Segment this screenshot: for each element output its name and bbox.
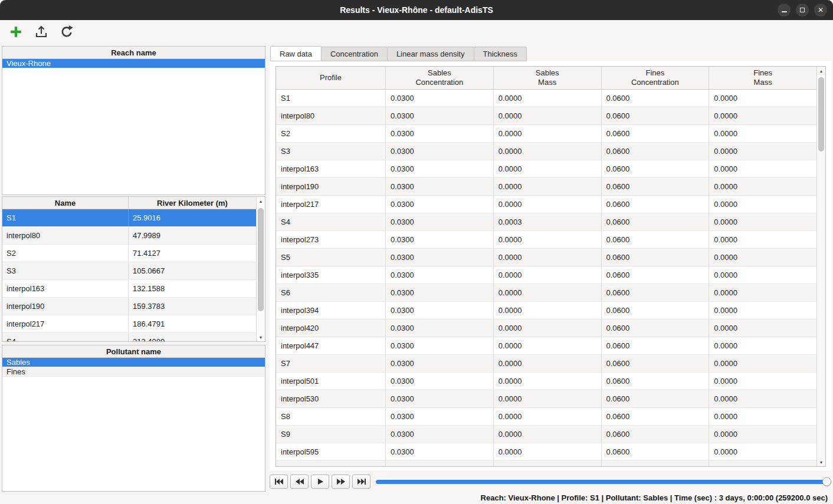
cell-fines-mass: 0.0000 bbox=[709, 266, 816, 284]
cell-sables-concentration: 0.0300 bbox=[386, 266, 494, 284]
profile-row[interactable]: interpol163 132.1588 bbox=[2, 280, 256, 298]
profile-row[interactable]: S4 213.4089 bbox=[2, 333, 256, 341]
table-row[interactable]: S5 0.0300 0.0000 0.0600 0.0000 bbox=[276, 249, 816, 266]
time-slider-handle[interactable] bbox=[822, 477, 831, 486]
scroll-down-arrow-icon[interactable]: ▼ bbox=[257, 333, 265, 341]
close-button[interactable]: ✕ bbox=[814, 4, 827, 17]
table-row[interactable]: S4 0.0300 0.0003 0.0600 0.0000 bbox=[276, 213, 816, 231]
table-row[interactable]: S8 0.0300 0.0000 0.0600 0.0000 bbox=[276, 408, 816, 426]
cell-sables-mass: 0.0000 bbox=[494, 284, 602, 301]
scrollbar-track[interactable] bbox=[818, 75, 824, 457]
table-row[interactable]: interpol335 0.0300 0.0000 0.0600 0.0000 bbox=[276, 266, 816, 284]
table-row[interactable]: interpol447 0.0300 0.0000 0.0600 0.0000 bbox=[276, 337, 816, 355]
scrollbar-thumb[interactable] bbox=[818, 77, 824, 151]
minimize-icon bbox=[782, 11, 787, 12]
column-header-river-kilometer[interactable]: River Kilometer (m) bbox=[129, 197, 256, 209]
tab[interactable]: Concentration bbox=[321, 47, 388, 61]
scrollbar-track[interactable] bbox=[258, 206, 264, 332]
cell-sables-mass: 0.0000 bbox=[494, 443, 602, 460]
cell-name: interpol217 bbox=[2, 315, 129, 332]
column-header-name[interactable]: Name bbox=[2, 197, 129, 209]
reach-list-item[interactable]: Vieux-Rhone bbox=[2, 59, 265, 68]
column-header[interactable]: Fines Mass bbox=[709, 67, 816, 89]
time-slider[interactable] bbox=[376, 475, 831, 489]
raw-data-table: Profile Sables Concentration bbox=[276, 66, 826, 467]
cell-sables-mass: 0.0000 bbox=[494, 319, 602, 337]
table-row[interactable]: S7 0.0300 0.0000 0.0600 0.0000 bbox=[276, 355, 816, 373]
table-row[interactable]: interpol595 0.0300 0.0000 0.0600 0.0000 bbox=[276, 443, 816, 461]
table-scrollbar[interactable]: ▲ ▼ bbox=[816, 67, 825, 466]
cell-sables-mass: 0.0000 bbox=[494, 373, 602, 390]
cell-sables-concentration: 0.0300 bbox=[386, 178, 494, 195]
pollutant-list-item[interactable]: Fines bbox=[2, 367, 265, 377]
skip-to-last-button[interactable] bbox=[352, 475, 370, 489]
profile-row[interactable]: S3 105.0667 bbox=[2, 262, 256, 280]
cell-sables-concentration: 0.0300 bbox=[386, 143, 494, 160]
table-row[interactable]: interpol217 0.0300 0.0000 0.0600 0.0000 bbox=[276, 196, 816, 213]
cell-sables-mass: 0.0000 bbox=[494, 337, 602, 354]
table-row[interactable]: interpol420 0.0300 0.0000 0.0600 0.0000 bbox=[276, 319, 816, 337]
cell-sables-mass: 0.0000 bbox=[494, 125, 602, 142]
cell-fines-mass: 0.0000 bbox=[709, 143, 816, 160]
seek-backward-button[interactable] bbox=[290, 475, 309, 489]
cell-fines-concentration: 0.0600 bbox=[602, 160, 710, 177]
skip-to-first-button[interactable] bbox=[270, 475, 288, 489]
raw-data-table-header: Profile Sables Concentration bbox=[276, 67, 816, 90]
cell-profile: S7 bbox=[276, 355, 386, 372]
play-button[interactable] bbox=[311, 475, 329, 489]
pollutant-name-label: Sables bbox=[6, 358, 30, 367]
add-button[interactable] bbox=[8, 24, 24, 41]
table-row[interactable]: S2 0.0300 0.0000 0.0600 0.0000 bbox=[276, 125, 816, 143]
tab[interactable]: Raw data bbox=[270, 46, 322, 61]
column-header[interactable]: Sables Mass bbox=[494, 67, 602, 89]
column-header[interactable]: Fines Concentration bbox=[602, 67, 710, 89]
cell-sables-concentration: 0.0300 bbox=[386, 213, 494, 230]
table-row[interactable]: S10 0.0300 0.0000 0.0600 0.0000 bbox=[276, 461, 816, 466]
table-row[interactable]: interpol163 0.0300 0.0000 0.0600 0.0000 bbox=[276, 160, 816, 178]
table-row[interactable]: interpol501 0.0300 0.0000 0.0600 0.0000 bbox=[276, 373, 816, 390]
profiles-scrollbar[interactable]: ▲ ▼ bbox=[256, 197, 265, 341]
cell-fines-concentration: 0.0600 bbox=[602, 284, 710, 301]
reach-name-label: Vieux-Rhone bbox=[6, 59, 51, 68]
cell-fines-mass: 0.0000 bbox=[709, 107, 816, 124]
table-row[interactable]: interpol530 0.0300 0.0000 0.0600 0.0000 bbox=[276, 390, 816, 408]
cell-fines-concentration: 0.0600 bbox=[602, 213, 710, 230]
scrollbar-thumb[interactable] bbox=[258, 208, 264, 311]
cell-sables-mass: 0.0000 bbox=[494, 408, 602, 425]
tab[interactable]: Thickness bbox=[474, 47, 527, 61]
table-row[interactable]: interpol190 0.0300 0.0000 0.0600 0.0000 bbox=[276, 178, 816, 196]
profile-row[interactable]: S2 71.4127 bbox=[2, 245, 256, 262]
cell-sables-mass: 0.0000 bbox=[494, 196, 602, 213]
cell-fines-mass: 0.0000 bbox=[709, 390, 816, 407]
scroll-down-arrow-icon[interactable]: ▼ bbox=[817, 458, 825, 466]
column-header[interactable]: Profile bbox=[276, 67, 386, 89]
time-slider-track[interactable] bbox=[376, 480, 831, 484]
profile-row[interactable]: interpol190 159.3783 bbox=[2, 298, 256, 315]
scroll-up-arrow-icon[interactable]: ▲ bbox=[817, 67, 825, 75]
cell-fines-concentration: 0.0600 bbox=[602, 266, 710, 284]
column-header-line1: Sables bbox=[536, 68, 559, 78]
reload-button[interactable] bbox=[58, 24, 75, 41]
profile-row[interactable]: interpol80 47.9989 bbox=[2, 227, 256, 245]
plus-icon bbox=[9, 25, 22, 40]
pollutant-name-label: Fines bbox=[6, 367, 25, 376]
profile-row[interactable]: S1 25.9016 bbox=[2, 209, 256, 227]
skip-to-last-icon bbox=[357, 479, 366, 485]
tab[interactable]: Linear mass density bbox=[387, 47, 474, 61]
pollutant-list-item[interactable]: Sables bbox=[2, 358, 265, 367]
table-row[interactable]: S1 0.0300 0.0000 0.0600 0.0000 bbox=[276, 90, 816, 107]
minimize-button[interactable] bbox=[778, 4, 791, 17]
export-button[interactable] bbox=[33, 24, 50, 41]
table-row[interactable]: interpol273 0.0300 0.0000 0.0600 0.0000 bbox=[276, 231, 816, 249]
table-row[interactable]: interpol394 0.0300 0.0000 0.0600 0.0000 bbox=[276, 302, 816, 319]
maximize-button[interactable] bbox=[796, 4, 809, 17]
maximize-icon bbox=[800, 8, 805, 12]
scroll-up-arrow-icon[interactable]: ▲ bbox=[257, 197, 265, 205]
seek-forward-button[interactable] bbox=[332, 475, 350, 489]
table-row[interactable]: S3 0.0300 0.0000 0.0600 0.0000 bbox=[276, 143, 816, 160]
table-row[interactable]: interpol80 0.0300 0.0000 0.0600 0.0000 bbox=[276, 107, 816, 125]
table-row[interactable]: S6 0.0300 0.0000 0.0600 0.0000 bbox=[276, 284, 816, 302]
profile-row[interactable]: interpol217 186.4791 bbox=[2, 315, 256, 333]
table-row[interactable]: S9 0.0300 0.0000 0.0600 0.0000 bbox=[276, 426, 816, 443]
column-header[interactable]: Sables Concentration bbox=[386, 67, 494, 89]
